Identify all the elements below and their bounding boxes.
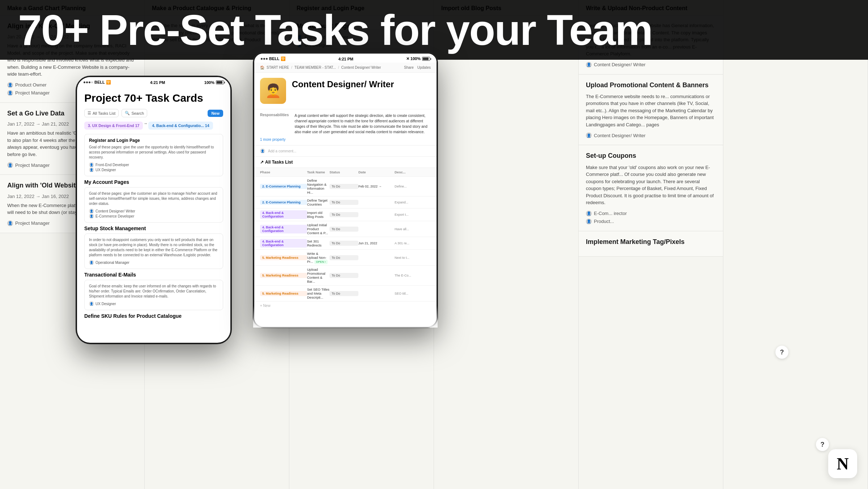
phase-badge: 2. E-Commerce Planning (260, 184, 307, 189)
avatar-icon: 👤 (89, 208, 94, 214)
list-icon: ☰ (88, 111, 91, 115)
person-icon: 👤 (586, 62, 592, 68)
table-header: Phase Task Name Status Date Desc... (254, 168, 437, 177)
phase-badge: 4. Back-end & Configuration (260, 239, 307, 248)
card-text: Make sure that your 'old' coupons also w… (586, 164, 716, 206)
phone-task-email: Goal of these emails: keep the user info… (84, 280, 223, 310)
person-icon: 👤 (7, 220, 13, 226)
new-button[interactable]: New (208, 110, 223, 117)
task-name: Upload Initial Product Content & P... (307, 223, 329, 235)
tab-backend[interactable]: 4. Back-end & Configuratio... 14 (148, 122, 213, 130)
tab-ux-design[interactable]: 3. UX Design & Front-End 17 (84, 122, 143, 130)
phone-tabs: 3. UX Design & Front-End 17 •• 4. Back-e… (84, 122, 223, 130)
breadcrumb-item-2[interactable]: TEAM MEMBER - STAT... (294, 66, 336, 69)
search-box[interactable]: 🔍 Search (122, 109, 147, 117)
table-row-6[interactable]: 5. Marketing Readiness Upload Promotiona… (254, 266, 437, 286)
table-row-7[interactable]: 5. Marketing Readiness Set SEO Titles an… (254, 286, 437, 302)
stock-section-label: Setup Stock Management (84, 225, 223, 231)
assignee-row-1: 👤 Front-End Developer (89, 162, 218, 167)
status-right: 100% (204, 80, 224, 85)
signal-dot-1 (84, 81, 85, 83)
phone-task-account: Goal of these pages: give the customer a… (84, 187, 223, 223)
phone-screen-left: BELL 🛜 4:21 PM 100% Project 70+ Task Car… (77, 77, 230, 343)
person-icon-2: 👤 (586, 219, 592, 224)
main-headline: 70+ Pre-Set Tasks for your Team (18, 9, 652, 51)
avatar-icon-2: 👤 (89, 167, 94, 172)
carrier-label: BELL 🛜 (269, 56, 286, 61)
fade-overlay (254, 306, 437, 326)
table-row-0[interactable]: 2. E-Commerce Planning Define Navigation… (254, 177, 437, 197)
battery-icon (216, 80, 224, 84)
left-phone-mockup: BELL 🛜 4:21 PM 100% Project 70+ Task Car… (76, 76, 231, 344)
breadcrumb-home-icon: 🏠 (260, 66, 264, 69)
card-title: Upload Promotional Content & Banners (586, 81, 716, 89)
phone-app-title: Project 70+ Task Cards (84, 92, 223, 104)
column-6 (723, 0, 868, 489)
signal-dot-3 (266, 58, 268, 60)
resp-label: Responsabilities (260, 113, 289, 118)
headline-overlay: 70+ Pre-Set Tasks for your Team (0, 0, 868, 60)
open-badge: OPEN › (314, 260, 328, 264)
battery-fill (217, 81, 222, 84)
assignee-row-2: 👤 E-Commerce Developer (89, 214, 218, 219)
desc: Export t... (395, 213, 431, 216)
signal-dots (261, 58, 268, 60)
table-row-3[interactable]: 4. Back-end & Configuration Upload Initi… (254, 221, 437, 237)
tab-ux-label: 3. UX Design & Front-End (88, 123, 134, 128)
task-title: Register and Login Page (89, 138, 218, 143)
desc: Define... (395, 185, 431, 188)
task-name: Write & Upload Non-Pr... OPEN › (307, 252, 329, 264)
col-task-header: Task Name (307, 170, 329, 174)
header-actions: Share Updates (404, 66, 431, 69)
phase-badge: 4. Back-end & Configuration (260, 210, 307, 219)
table-row-4[interactable]: 4. Back-end & Configuration Set 301 Redi… (254, 237, 437, 250)
table-row-1[interactable]: 2. E-Commerce Planning Define Target Cou… (254, 197, 437, 208)
phase-badge: 5. Marketing Readiness (260, 255, 307, 260)
col-desc-header: Desc... (395, 170, 431, 174)
trans-email-section-label: Transactional E-Mails (84, 272, 223, 278)
status-left: BELL 🛜 (261, 56, 286, 61)
device-frame-right: BELL 🛜 4:21 PM ✕ 100% 🏠 START HERE / TEA… (253, 52, 438, 328)
breadcrumb-item-3: Content Designer/ Writer (341, 66, 381, 69)
desc: Have all... (395, 227, 431, 231)
role-info: Content Designer/ Writer (292, 78, 394, 89)
desc: Next to t... (395, 256, 431, 260)
table-row-5[interactable]: 5. Marketing Readiness Write & Upload No… (254, 250, 437, 266)
status-badge: To Do (329, 200, 358, 205)
table-row-2[interactable]: 4. Back-end & Configuration Import old B… (254, 208, 437, 221)
person-icon: 👤 (586, 132, 592, 138)
resp-text: A great content writer will support the … (294, 113, 431, 135)
list-view-toggle[interactable]: ☰ All Tasks List (84, 109, 119, 117)
assignee-row-2: 👤 UX Designer (89, 167, 218, 172)
more-property-link[interactable]: 1 more property (260, 138, 431, 142)
updates-button[interactable]: Updates (417, 66, 431, 69)
bg-card-5-4: Implement Marketing Tag/Pixels (579, 231, 723, 257)
tab-ux-count: 17 (135, 123, 140, 128)
card-title: Implement Marketing Tag/Pixels (586, 238, 716, 246)
assignee-1: Operational Manager (95, 261, 129, 265)
col-status-header: Status (329, 170, 358, 174)
task-text: In order to not disappoint customers you… (89, 237, 218, 258)
status-badge: To Do (329, 273, 358, 278)
task-text: Goal of these pages: give the user the o… (89, 145, 218, 160)
date: Jun 21, 2022 (358, 241, 395, 245)
status-badge: To Do (329, 184, 358, 189)
search-icon: 🔍 (125, 111, 130, 115)
phone-frame-left: BELL 🛜 4:21 PM 100% Project 70+ Task Car… (76, 76, 231, 344)
notion-badge[interactable]: N (828, 449, 857, 478)
task-name: Upload Promotional Content & Bar... (307, 267, 329, 283)
avatar-emoji: 🧑‍🦱 (265, 83, 281, 98)
tasks-list-label: All Tasks List (265, 160, 293, 165)
card-assignee-2: 👤 Product... (586, 219, 716, 224)
phone-task-register: Register and Login Page Goal of these pa… (84, 134, 223, 176)
person-icon: 👤 (7, 82, 13, 88)
comment-placeholder[interactable]: Add a comment... (268, 149, 296, 153)
battery-icon (422, 57, 430, 61)
signal-dot-3 (89, 81, 90, 83)
desc: A 301 re... (395, 241, 431, 245)
percent-label: ✕ 100% (406, 56, 421, 61)
breadcrumb-item-1[interactable]: START HERE (267, 66, 289, 69)
role-title: Content Designer/ Writer (292, 79, 394, 89)
share-button[interactable]: Share (404, 66, 414, 69)
search-placeholder: Search (131, 111, 144, 115)
